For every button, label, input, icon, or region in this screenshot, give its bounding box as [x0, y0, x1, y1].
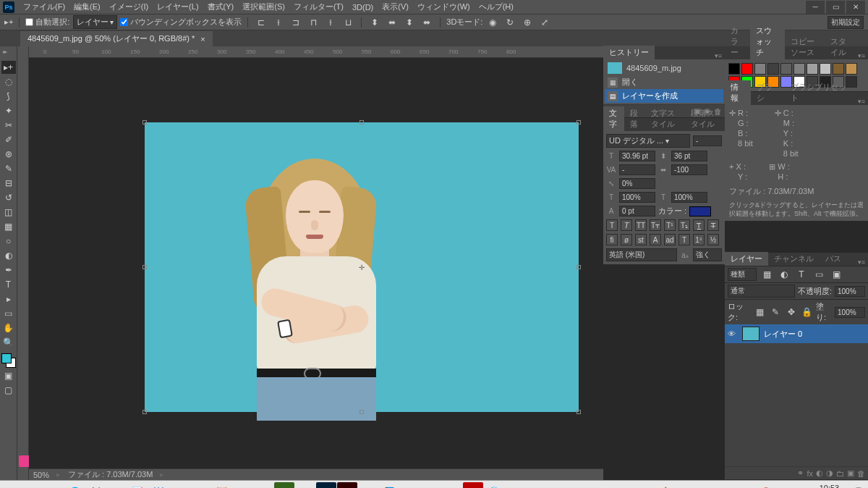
info-tab[interactable]: 情報 — [725, 80, 751, 105]
history-brush-tool[interactable]: ↺ — [1, 191, 16, 204]
menu-window[interactable]: ウィンドウ(W) — [413, 0, 475, 14]
app-icon[interactable]: 🦋 — [400, 482, 420, 489]
close-button[interactable]: ✕ — [846, 1, 865, 14]
auto-select-dropdown[interactable]: レイヤー ▾ — [73, 15, 118, 29]
new-layer-icon[interactable]: ▣ — [847, 468, 854, 478]
opentype-button[interactable]: ½ — [707, 234, 719, 245]
color-swatch[interactable] — [807, 63, 818, 75]
chrome-icon[interactable]: 🌐 — [64, 482, 85, 489]
distribute-icon[interactable]: ⬍ — [402, 16, 417, 29]
filter-kind-dropdown[interactable]: 種類 — [728, 268, 757, 281]
transform-handle[interactable] — [142, 120, 147, 125]
maximize-button[interactable]: ▭ — [826, 1, 845, 14]
type-tool[interactable]: T — [1, 278, 16, 291]
superscript-button[interactable]: T¹ — [664, 219, 676, 231]
visibility-icon[interactable]: 👁 — [728, 329, 738, 338]
filter-smart-icon[interactable]: ▣ — [829, 268, 843, 281]
font-size-input[interactable]: 30.96 pt — [619, 151, 655, 161]
tracking-input[interactable]: -100 — [671, 164, 707, 175]
app-icon[interactable]: 🍯 — [652, 482, 672, 489]
gradient-tool[interactable]: ▦ — [1, 220, 16, 233]
search-icon[interactable]: ⌕ — [22, 482, 43, 489]
app-icon[interactable]: ☁ — [421, 482, 441, 489]
distribute-icon[interactable]: ⬌ — [385, 16, 399, 29]
canvas-area[interactable]: 0 50 100 150 200 250 300 350 400 450 500… — [29, 46, 603, 480]
record-icon[interactable]: ● — [631, 482, 651, 489]
align-right-icon[interactable]: ⊐ — [289, 16, 303, 29]
swatches-tab[interactable]: スウォッチ — [750, 24, 785, 59]
menu-select[interactable]: 選択範囲(S) — [238, 0, 289, 14]
cortana-icon[interactable]: ○ — [43, 482, 64, 489]
align-left-icon[interactable]: ⊏ — [254, 16, 268, 29]
link-layers-icon[interactable]: ⚭ — [797, 468, 804, 478]
transform-handle[interactable] — [576, 410, 581, 414]
mode-3d-icon[interactable]: ⊕ — [520, 16, 535, 29]
menu-file[interactable]: ファイル(F) — [19, 0, 69, 14]
layer-mask-icon[interactable]: ◐ — [816, 468, 823, 478]
smallcaps-button[interactable]: Tᴛ — [650, 219, 661, 231]
image-icon[interactable]: 🖼 — [148, 482, 169, 489]
foreground-color-swatch[interactable] — [1, 353, 12, 363]
firefox-icon[interactable]: 🦊 — [85, 482, 106, 489]
transform-handle[interactable] — [576, 265, 581, 269]
layer-name[interactable]: レイヤー 0 — [764, 329, 802, 340]
menu-help[interactable]: ヘルプ(H) — [475, 0, 518, 14]
brush-preset-tab[interactable]: ブラシプリセット — [785, 80, 855, 105]
transform-handle[interactable] — [359, 410, 364, 414]
zoom-icon[interactable]: ▶ — [505, 482, 525, 489]
app-icon[interactable]: ▤ — [253, 482, 273, 489]
lock-pixels-icon[interactable]: ✎ — [769, 306, 782, 319]
baseline-input[interactable]: 0 pt — [619, 206, 655, 216]
skype-icon[interactable]: Ⓢ — [484, 482, 504, 489]
panel-menu-icon[interactable]: ▾≡ — [712, 52, 725, 59]
channels-tab[interactable]: チャンネル — [768, 252, 820, 266]
color-swatch[interactable] — [741, 63, 753, 75]
transform-handle[interactable] — [576, 120, 581, 125]
color-swatch[interactable] — [833, 63, 844, 75]
opentype-button[interactable]: st — [635, 234, 647, 245]
app-icon[interactable]: ▦ — [232, 482, 252, 489]
menu-image[interactable]: イメージ(I) — [105, 0, 153, 14]
filter-type-icon[interactable]: T — [794, 268, 809, 281]
antialias-dropdown[interactable]: 強く — [693, 248, 722, 261]
color-swatch[interactable] — [793, 63, 805, 75]
auto-select-checkbox[interactable]: 自動選択: — [25, 17, 69, 28]
app-icon[interactable]: ✎ — [442, 482, 462, 489]
adjustment-layer-icon[interactable]: ◑ — [826, 468, 833, 478]
menu-view[interactable]: 表示(V) — [378, 0, 413, 14]
align-center-h-icon[interactable]: ⫲ — [271, 16, 286, 29]
para-style-tab[interactable]: 段落スタイル — [685, 106, 725, 131]
color-tab[interactable]: カラー — [725, 24, 750, 59]
layer-row[interactable]: 👁 レイヤー 0 — [725, 324, 868, 343]
color-swatch[interactable] — [820, 63, 831, 75]
align-top-icon[interactable]: ⊓ — [306, 16, 320, 29]
zoom-tool[interactable]: 🔍 — [1, 336, 16, 349]
vscale-input[interactable]: 100% — [619, 192, 655, 203]
color-swatch[interactable] — [846, 63, 857, 75]
transform-handle[interactable] — [142, 410, 147, 414]
panel-menu-icon[interactable]: ▾≡ — [855, 52, 868, 59]
explorer-icon[interactable]: 🗂 — [106, 482, 127, 489]
align-bottom-icon[interactable]: ⊔ — [341, 16, 355, 29]
menu-filter[interactable]: フィルター(T) — [289, 0, 348, 14]
font-style-dropdown[interactable]: - — [693, 135, 722, 146]
filter-adjust-icon[interactable]: ◐ — [777, 268, 791, 281]
terminal-icon[interactable]: ▪ — [673, 482, 693, 489]
menu-layer[interactable]: レイヤー(L) — [153, 0, 203, 14]
history-source[interactable]: 4845609_m.jpg — [605, 61, 723, 75]
opentype-button[interactable]: ø — [621, 234, 632, 245]
history-item[interactable]: ▦ 開く — [605, 75, 723, 89]
canvas[interactable]: ✛ — [145, 122, 579, 412]
opentype-button[interactable]: 1ˢ — [693, 234, 705, 245]
pen-tool[interactable]: ✒ — [1, 264, 16, 277]
bounding-box-checkbox[interactable]: バウンディングボックスを表示 — [120, 17, 242, 28]
lock-position-icon[interactable]: ✥ — [785, 306, 798, 319]
opentype-button[interactable]: T — [678, 234, 690, 245]
clone-source-tab[interactable]: コピーソース — [785, 35, 825, 59]
lock-all-icon[interactable]: 🔒 — [800, 306, 813, 319]
marquee-tool[interactable]: ◌ — [1, 75, 16, 88]
scale-input[interactable]: 0% — [619, 178, 655, 189]
notepad-icon[interactable]: 📝 — [127, 482, 148, 489]
history-tab[interactable]: ヒストリー — [603, 46, 655, 59]
rectangle-tool[interactable]: ▭ — [1, 307, 16, 320]
